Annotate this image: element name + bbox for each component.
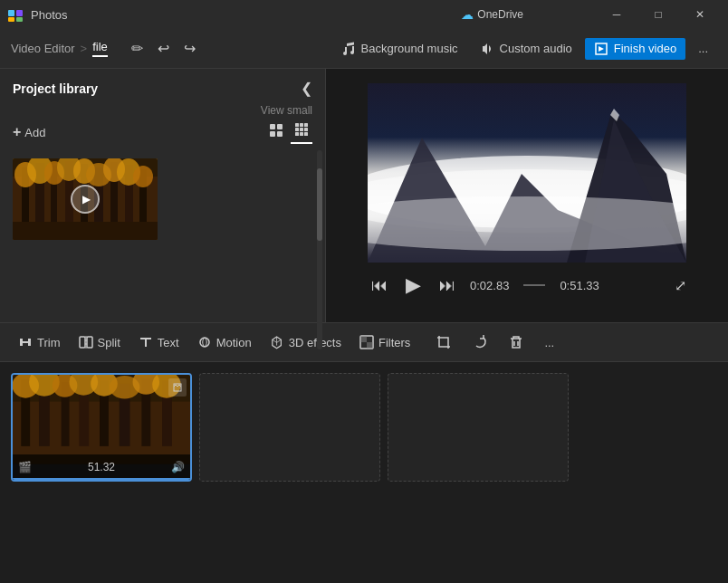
grid-large-icon [269,123,283,138]
scrollbar-thumb [317,168,322,241]
3d-effects-icon [270,335,284,349]
view-toggle-buttons [265,120,312,144]
restore-button[interactable]: □ [637,0,679,29]
3d-effects-label: 3D effects [289,336,341,349]
svg-rect-5 [277,124,283,129]
add-media-button[interactable]: + Add [13,124,45,140]
3d-effects-button[interactable]: 3D effects [263,331,349,353]
toolbar-actions: Background music Custom audio Finish vid… [332,38,717,60]
clip-duration-icon: 🎬 [18,461,32,473]
filters-button[interactable]: Filters [352,331,417,353]
view-small-label: View small [261,104,312,117]
finish-video-button[interactable]: Finish video [585,38,685,60]
clip-progress-bar [13,478,190,482]
skip-back-button[interactable]: ⏮ [368,272,391,299]
svg-rect-1 [16,10,23,16]
breadcrumb-current: file [92,40,108,57]
delete-button[interactable] [501,330,532,354]
svg-rect-0 [8,10,14,16]
edit-toolbar: Trim Split Text Motion 3D effects [0,322,728,362]
svg-point-45 [368,196,686,251]
motion-icon [197,335,212,349]
breadcrumb: Video Editor > file ✏ ↩ ↪ [11,36,199,61]
play-pause-button[interactable]: ▶ [402,270,425,301]
breadcrumb-separator: > [81,42,88,55]
playback-controls: ⏮ ▶ ⏭ 0:02.83 0:51.33 ⤢ [368,263,686,308]
split-icon [79,335,93,349]
project-library-header: Project library ❮ [0,69,325,104]
svg-rect-2 [8,17,14,22]
svg-rect-13 [304,128,308,131]
more-tools-button[interactable]: ... [537,332,561,353]
add-icon: + [13,124,21,140]
trim-button[interactable]: Trim [11,331,68,353]
trim-icon [18,335,33,349]
total-time: 0:51.33 [560,279,599,292]
undo-button[interactable]: ↩ [154,36,173,61]
close-button[interactable]: ✕ [679,0,721,29]
video-preview [368,83,686,263]
text-label: Text [158,336,179,349]
motion-button[interactable]: Motion [190,331,259,353]
breadcrumb-parent[interactable]: Video Editor [11,42,75,55]
text-button[interactable]: Text [131,331,187,353]
rotate-button[interactable] [465,330,495,354]
svg-rect-6 [270,131,275,137]
left-panel: Project library ❮ View small + Add [0,69,326,322]
timeline-clip-info: 🎬 51.32 🔊 [13,454,190,480]
collapse-panel-button[interactable]: ❮ [301,80,312,97]
svg-rect-3 [16,17,23,22]
play-button-overlay[interactable]: ▶ [71,185,100,214]
timeline-clip[interactable]: 🎬 51.32 🔊 [11,373,192,482]
main-toolbar: Video Editor > file ✏ ↩ ↪ Background mus… [0,29,728,69]
grid-small-view-button[interactable] [291,120,312,144]
svg-rect-14 [295,132,299,136]
svg-point-49 [200,338,209,347]
svg-rect-10 [304,123,308,127]
motion-label: Motion [216,336,252,349]
grid-small-icon [294,122,309,137]
filters-icon [359,335,374,349]
onedrive-icon: ☁ [461,7,474,22]
rotate-icon [472,334,488,350]
left-panel-scrollbar[interactable] [317,150,322,349]
crop-button[interactable] [428,330,459,354]
skip-forward-button[interactable]: ⏭ [436,272,459,299]
title-bar: Photos ☁ OneDrive ─ □ ✕ [0,0,728,29]
minimize-button[interactable]: ─ [596,0,637,29]
library-toolbar: + Add [0,120,325,151]
svg-rect-15 [300,132,303,136]
svg-rect-12 [300,128,303,131]
view-small-row: View small [0,104,325,120]
split-button[interactable]: Split [72,331,128,353]
window-controls: ─ □ ✕ [596,0,721,29]
photos-app-icon [7,6,24,23]
timeline-empty-slot-2 [388,373,569,482]
svg-rect-16 [304,132,308,136]
svg-rect-7 [277,131,283,137]
grid-view-button[interactable] [265,121,287,143]
svg-rect-47 [87,337,92,348]
toolbar-more-button[interactable]: ... [689,38,717,59]
svg-rect-4 [270,124,275,129]
redo-button[interactable]: ↪ [180,36,199,61]
media-thumbnail[interactable]: ▶ [13,158,158,240]
custom-audio-button[interactable]: Custom audio [471,38,581,60]
music-icon [341,42,356,56]
filters-label: Filters [378,336,410,349]
edit-icons: ✏ ↩ ↪ [128,36,199,61]
library-content: ▶ [0,151,325,322]
svg-rect-9 [300,123,303,127]
add-label: Add [24,126,45,139]
custom-audio-label: Custom audio [500,42,572,55]
edit-pencil-button[interactable]: ✏ [128,36,147,61]
svg-rect-46 [80,337,85,348]
timeline-clip-image [13,375,190,464]
expand-button[interactable]: ⤢ [675,277,686,294]
background-music-button[interactable]: Background music [332,38,467,60]
svg-rect-37 [13,222,158,240]
svg-rect-52 [367,342,373,349]
background-music-label: Background music [361,42,458,55]
svg-rect-11 [295,128,299,131]
timeline: 🎬 51.32 🔊 [0,362,728,525]
